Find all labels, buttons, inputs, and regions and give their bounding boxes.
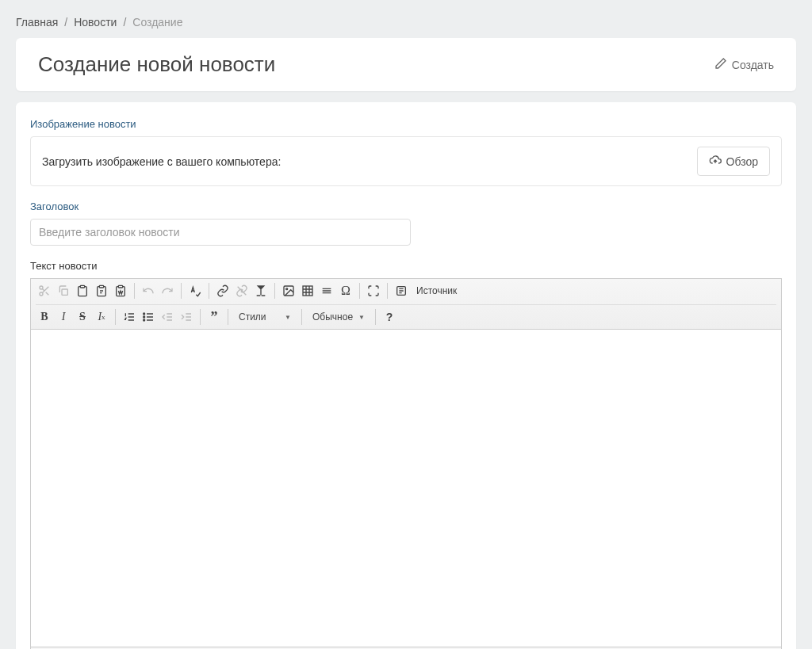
numbered-list-icon[interactable] — [121, 308, 138, 326]
upload-box: Загрузить изображение с вашего компьютер… — [30, 136, 782, 186]
svg-rect-4 — [99, 285, 103, 288]
italic-icon[interactable]: I — [55, 308, 72, 326]
unlink-icon[interactable] — [233, 282, 251, 300]
strikethrough-icon[interactable]: S — [74, 308, 91, 326]
breadcrumb-separator: / — [123, 16, 126, 29]
cut-icon[interactable] — [36, 282, 53, 300]
hr-icon[interactable] — [318, 282, 335, 300]
svg-point-11 — [144, 316, 145, 318]
styles-dropdown[interactable]: Стили ▼ — [233, 309, 297, 325]
editor-toolbar: Ω Источник B I S Ix ” Стили — [31, 279, 781, 330]
copy-icon[interactable] — [55, 282, 72, 300]
breadcrumb-current: Создание — [132, 16, 182, 29]
help-icon[interactable]: ? — [381, 308, 398, 326]
styles-dropdown-label: Стили — [239, 311, 266, 323]
redo-icon[interactable] — [159, 282, 176, 300]
chevron-down-icon: ▼ — [358, 314, 365, 321]
toolbar-separator — [115, 309, 116, 325]
breadcrumb-separator: / — [64, 16, 67, 29]
svg-rect-2 — [62, 289, 67, 295]
toolbar-separator — [228, 309, 228, 325]
image-label: Изображение новости — [30, 118, 782, 130]
special-char-icon[interactable]: Ω — [337, 282, 354, 300]
link-icon[interactable] — [214, 282, 232, 300]
source-button[interactable]: Источник — [412, 282, 462, 300]
table-icon[interactable] — [299, 282, 316, 300]
svg-rect-5 — [118, 285, 122, 288]
breadcrumb: Главная / Новости / Создание — [16, 16, 796, 29]
svg-rect-3 — [80, 285, 84, 288]
source-icon[interactable] — [393, 282, 410, 300]
toolbar-separator — [375, 309, 376, 325]
toolbar-separator — [181, 283, 182, 299]
upload-text: Загрузить изображение с вашего компьютер… — [42, 155, 281, 168]
toolbar-separator — [359, 283, 360, 299]
svg-point-12 — [144, 319, 145, 321]
format-dropdown-label: Обычное — [312, 311, 353, 323]
bullet-list-icon[interactable] — [140, 308, 157, 326]
browse-button-label: Обзор — [726, 155, 758, 168]
editor-content-area[interactable] — [31, 330, 781, 647]
blockquote-icon[interactable]: ” — [205, 308, 223, 326]
create-button[interactable]: Создать — [714, 57, 774, 72]
format-dropdown[interactable]: Обычное ▼ — [307, 309, 370, 325]
svg-point-10 — [144, 313, 145, 315]
page-title: Создание новой новости — [38, 52, 275, 77]
title-label: Заголовок — [30, 200, 782, 212]
undo-icon[interactable] — [140, 282, 157, 300]
bold-icon[interactable]: B — [36, 308, 53, 326]
remove-format-icon[interactable]: Ix — [93, 308, 110, 326]
breadcrumb-news[interactable]: Новости — [74, 16, 117, 29]
svg-point-7 — [286, 288, 288, 290]
svg-point-0 — [40, 286, 43, 289]
toolbar-row-2: B I S Ix ” Стили ▼ Обычное ▼ — [36, 304, 776, 326]
paste-text-icon[interactable] — [93, 282, 110, 300]
text-label: Текст новости — [30, 260, 782, 272]
image-icon[interactable] — [280, 282, 297, 300]
main-form-card: Изображение новости Загрузить изображени… — [16, 102, 796, 649]
paste-word-icon[interactable] — [112, 282, 129, 300]
anchor-icon[interactable] — [252, 282, 270, 300]
breadcrumb-home[interactable]: Главная — [16, 16, 58, 29]
toolbar-separator — [301, 309, 302, 325]
chevron-down-icon: ▼ — [285, 314, 291, 321]
toolbar-separator — [387, 283, 388, 299]
toolbar-separator — [274, 283, 275, 299]
svg-rect-8 — [303, 286, 312, 296]
spellcheck-icon[interactable] — [186, 282, 204, 300]
toolbar-separator — [200, 309, 201, 325]
browse-button[interactable]: Обзор — [697, 147, 770, 176]
toolbar-separator — [209, 283, 209, 299]
cloud-upload-icon — [709, 154, 722, 169]
maximize-icon[interactable] — [365, 282, 382, 300]
pencil-icon — [714, 57, 727, 72]
title-input[interactable] — [30, 219, 411, 246]
toolbar-separator — [134, 283, 135, 299]
paste-icon[interactable] — [74, 282, 91, 300]
rich-text-editor: Ω Источник B I S Ix ” Стили — [30, 278, 782, 649]
create-button-label: Создать — [732, 59, 774, 71]
svg-point-1 — [40, 292, 43, 296]
indent-icon[interactable] — [178, 308, 195, 326]
outdent-icon[interactable] — [159, 308, 176, 326]
header-card: Создание новой новости Создать — [16, 38, 796, 91]
